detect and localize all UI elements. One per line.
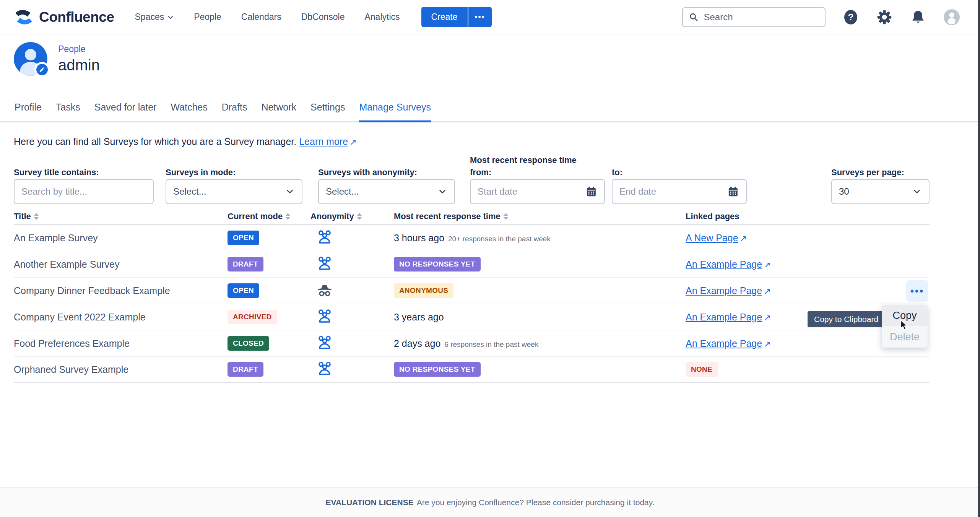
linked-page-link[interactable]: A New Page xyxy=(686,232,738,243)
mode-cell: ARCHIVED xyxy=(228,310,310,324)
anonymity-select[interactable]: Select... xyxy=(318,179,455,204)
help-button[interactable]: ? xyxy=(842,9,859,26)
linked-page-link[interactable]: An Example Page xyxy=(686,285,762,296)
people-group-icon xyxy=(317,308,333,324)
sort-desc-arrow xyxy=(286,217,290,220)
mode-cell: CLOSED xyxy=(228,336,310,351)
per-page-value: 30 xyxy=(839,186,912,197)
learn-more-link[interactable]: Learn more xyxy=(299,136,348,147)
recent-response-note: 6 responses in the past week xyxy=(444,340,538,348)
window-scrollbar[interactable] xyxy=(978,0,980,517)
column-header-current-mode[interactable]: Current mode xyxy=(228,211,310,221)
copy-tooltip: Copy to Clipboard xyxy=(808,311,885,327)
calendar-icon[interactable] xyxy=(727,185,739,198)
response-status-badge: NO RESPONSES YET xyxy=(394,257,481,272)
external-link-arrow-icon: ↗ xyxy=(764,313,770,322)
mode-select-value: Select... xyxy=(173,186,285,197)
end-date-input[interactable] xyxy=(619,186,727,197)
linked-pages-cell: An Example Page↗ xyxy=(686,259,930,270)
linked-page-link[interactable]: An Example Page xyxy=(686,312,762,322)
nav-item-analytics[interactable]: Analytics xyxy=(364,12,400,22)
search-box[interactable] xyxy=(682,7,826,27)
settings-button[interactable] xyxy=(876,9,893,26)
profile-tabs-bar: ProfileTasksSaved for laterWatchesDrafts… xyxy=(0,102,980,122)
table-header: TitleCurrent modeAnonymityMost recent re… xyxy=(14,209,930,225)
search-input[interactable] xyxy=(704,12,819,23)
people-group-icon xyxy=(317,229,333,245)
filter-anonymity: Surveys with anonymity: xyxy=(318,167,417,177)
intro-text: Here you can find all Surveys for which … xyxy=(14,136,357,147)
sort-asc-arrow xyxy=(504,213,508,216)
recent-response-time: 2 days ago xyxy=(394,338,440,349)
linked-page-link[interactable]: An Example Page xyxy=(686,259,762,270)
user-menu-button[interactable] xyxy=(943,9,960,26)
confluence-logo[interactable]: Confluence xyxy=(14,8,114,26)
people-group-icon xyxy=(317,255,333,272)
title-filter-label: Survey title contains: xyxy=(14,167,99,177)
profile-tabs: ProfileTasksSaved for laterWatchesDrafts… xyxy=(0,102,980,121)
recent-response-cell: ANONYMOUS xyxy=(394,283,686,298)
nav-item-dbconsole[interactable]: DbConsole xyxy=(301,12,345,22)
people-breadcrumb-link[interactable]: People xyxy=(58,44,100,54)
tab-tasks[interactable]: Tasks xyxy=(56,102,80,121)
recent-response-cell: NO RESPONSES YET xyxy=(394,257,686,272)
filter-per-page: Surveys per page: xyxy=(831,167,904,177)
tab-watches[interactable]: Watches xyxy=(171,102,207,121)
column-header-title[interactable]: Title xyxy=(14,211,228,221)
survey-filters: Most recent response time Survey title c… xyxy=(14,152,930,210)
filter-title: Survey title contains: xyxy=(14,167,99,177)
linked-pages-cell: NONE xyxy=(686,362,930,377)
row-actions-button[interactable]: ••• xyxy=(906,280,928,302)
external-link-arrow-icon: ↗ xyxy=(349,137,356,147)
menu-item-copy[interactable]: Copy xyxy=(882,305,928,326)
calendar-icon[interactable] xyxy=(585,185,597,198)
tab-manage-surveys[interactable]: Manage Surveys xyxy=(359,102,431,121)
mode-select[interactable]: Select... xyxy=(166,179,302,204)
per-page-select[interactable]: 30 xyxy=(831,179,930,204)
external-link-arrow-icon: ↗ xyxy=(764,260,770,270)
tab-saved-for-later[interactable]: Saved for later xyxy=(94,102,157,121)
column-header-most-recent-response-time[interactable]: Most recent response time xyxy=(394,211,686,221)
people-group-icon xyxy=(317,361,333,377)
chevron-down-icon xyxy=(167,14,174,21)
filter-mode: Surveys in mode: xyxy=(166,167,236,177)
nav-item-calendars[interactable]: Calendars xyxy=(241,12,281,22)
mode-badge: ARCHIVED xyxy=(228,310,277,324)
response-status-badge: NO RESPONSES YET xyxy=(394,362,481,377)
anonymity-cell xyxy=(310,335,394,352)
create-split-button: Create ••• xyxy=(421,7,492,27)
mode-cell: DRAFT xyxy=(228,257,310,272)
mode-filter-label: Surveys in mode: xyxy=(166,167,236,177)
filter-to: to: xyxy=(612,167,622,177)
tab-settings[interactable]: Settings xyxy=(310,102,345,121)
profile-avatar[interactable] xyxy=(14,42,47,76)
license-message: Are you enjoying Confluence? Please cons… xyxy=(417,498,655,507)
from-label: from: xyxy=(470,167,491,177)
mode-badge: OPEN xyxy=(228,283,259,298)
title-search-input[interactable] xyxy=(21,186,146,197)
sort-icon xyxy=(34,213,39,220)
tab-drafts[interactable]: Drafts xyxy=(222,102,247,121)
linked-page-link[interactable]: An Example Page xyxy=(686,338,762,349)
tab-network[interactable]: Network xyxy=(261,102,296,121)
mode-badge: CLOSED xyxy=(228,336,269,351)
start-date-input[interactable] xyxy=(478,186,585,197)
filter-from: from: xyxy=(470,167,491,177)
notifications-button[interactable] xyxy=(910,9,926,26)
column-header-anonymity[interactable]: Anonymity xyxy=(310,211,394,221)
confluence-mark-icon xyxy=(14,8,34,26)
edit-avatar-badge[interactable] xyxy=(34,62,50,77)
sort-icon xyxy=(504,213,508,220)
create-more-button[interactable]: ••• xyxy=(468,7,492,27)
nav-item-spaces[interactable]: Spaces xyxy=(135,12,174,22)
anonymity-filter-label: Surveys with anonymity: xyxy=(318,167,417,177)
from-date-field xyxy=(470,179,605,204)
mode-badge: DRAFT xyxy=(228,257,263,272)
anonymity-cell xyxy=(310,361,394,378)
gear-icon xyxy=(876,9,893,26)
nav-item-people[interactable]: People xyxy=(194,12,221,22)
table-body: An Example SurveyOPEN 3 hours ago20+ res… xyxy=(14,225,930,383)
tab-profile[interactable]: Profile xyxy=(15,102,42,121)
create-button[interactable]: Create xyxy=(421,7,468,27)
survey-title: Company Event 2022 Example xyxy=(14,312,228,323)
